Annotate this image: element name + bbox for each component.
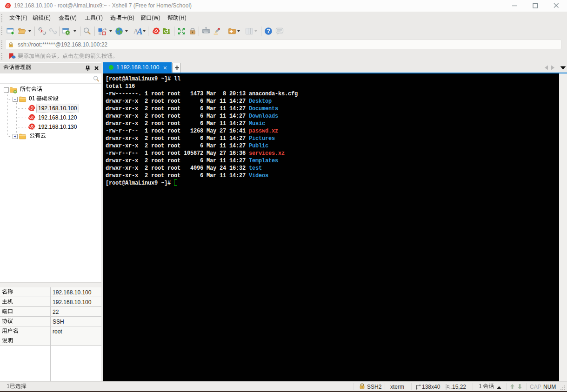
svg-text:?: ? [267, 28, 270, 34]
svg-text:A: A [137, 27, 143, 35]
